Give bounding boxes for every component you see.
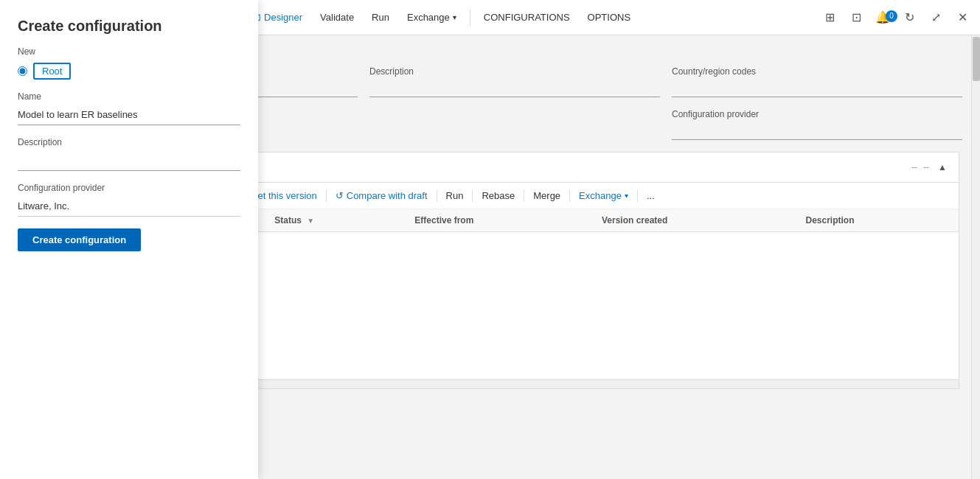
expand-icon: ⤢	[931, 10, 941, 24]
settings-icon: ⊞	[825, 10, 835, 24]
run-label: Run	[372, 12, 389, 23]
country-region-input[interactable]	[672, 80, 962, 97]
versions-dash1: --	[911, 162, 917, 172]
close-button[interactable]: ✕	[951, 6, 974, 29]
versions-collapse-btn[interactable]: ▲	[935, 160, 950, 175]
notification-badge: 0	[886, 10, 897, 22]
close-icon: ✕	[958, 10, 967, 24]
refresh-icon: ↻	[905, 10, 914, 24]
expand-button[interactable]: ⤢	[924, 6, 948, 29]
versions-run-button[interactable]: Run	[440, 187, 470, 204]
country-region-field: Country/region codes	[672, 66, 962, 97]
overlay-provider-label: Configuration provider	[18, 183, 240, 193]
create-config-submit-label: Create configuration	[32, 234, 126, 245]
overlay-provider-value: Litware, Inc.	[18, 196, 240, 217]
rebase-button[interactable]: Rebase	[476, 187, 521, 204]
get-version-label: Get this version	[250, 190, 316, 201]
col-description: Description	[796, 209, 959, 232]
config-provider-label: Configuration provider	[672, 109, 962, 119]
toolbar-sep-5	[472, 190, 473, 202]
toolbar-sep-4	[437, 190, 437, 202]
config-provider-field: Configuration provider	[672, 109, 962, 140]
radio-root-option[interactable]: Root	[18, 63, 240, 80]
validate-label: Validate	[320, 12, 354, 23]
exchange-label: Exchange	[407, 12, 450, 23]
run-button[interactable]: Run	[364, 7, 397, 27]
col-status: Status ▼	[265, 209, 406, 232]
overlay-name-label: Name	[18, 91, 240, 102]
settings-icon-btn[interactable]: ⊞	[818, 6, 841, 29]
right-scrollbar[interactable]	[971, 35, 980, 479]
radio-root-input[interactable]	[18, 66, 27, 76]
compare-draft-button[interactable]: ↺ Compare with draft	[330, 187, 434, 204]
toolbar-sep-7	[569, 190, 570, 202]
versions-dash2: --	[923, 162, 929, 172]
more-label: ...	[647, 190, 655, 201]
create-config-submit-button[interactable]: Create configuration	[18, 228, 141, 251]
merge-label: Merge	[533, 190, 560, 201]
overlay-title: Create configuration	[18, 18, 240, 35]
new-section: New Root	[18, 46, 240, 80]
overlay-description-input[interactable]	[18, 150, 240, 171]
radio-root-label: Root	[33, 63, 71, 80]
scrollbar-thumb[interactable]	[973, 37, 980, 81]
configurations-nav-label: CONFIGURATIONS	[484, 12, 570, 23]
col-version-created: Version created	[593, 209, 797, 232]
versions-exchange-label: Exchange	[579, 190, 622, 201]
office-icon-btn[interactable]: ⊡	[844, 6, 868, 29]
nav-separator-2	[470, 9, 470, 27]
config-provider-input[interactable]	[672, 122, 962, 140]
options-label: OPTIONS	[588, 12, 631, 23]
rebase-label: Rebase	[482, 190, 515, 201]
description-field-display: Description	[369, 66, 660, 97]
overlay-provider-field: Configuration provider Litware, Inc.	[18, 183, 240, 217]
toolbar-sep-6	[524, 190, 524, 202]
toolbar-sep-3	[326, 190, 327, 202]
create-config-overlay: Create configuration New Root Name Descr…	[0, 0, 258, 479]
overlay-description-label: Description	[18, 137, 240, 147]
designer-label: Designer	[264, 12, 302, 23]
status-filter-icon[interactable]: ▼	[307, 217, 314, 225]
options-button[interactable]: OPTIONS	[580, 7, 639, 27]
notification-wrapper: 🔔 0	[871, 6, 894, 29]
exchange-btn-dropdown: ▾	[625, 192, 628, 200]
exchange-dropdown-icon: ▾	[453, 13, 456, 21]
toolbar-sep-8	[637, 190, 638, 202]
versions-exchange-button[interactable]: Exchange ▾	[573, 187, 634, 204]
refresh-button[interactable]: ↻	[897, 6, 921, 29]
description-field-label: Description	[369, 66, 660, 77]
compare-draft-label: Compare with draft	[347, 190, 428, 201]
exchange-button[interactable]: Exchange ▾	[400, 7, 464, 27]
description-input-display[interactable]	[369, 80, 660, 97]
overlay-name-input[interactable]	[18, 105, 240, 125]
new-section-label: New	[18, 46, 240, 57]
overlay-name-field: Name	[18, 91, 240, 125]
configurations-nav-button[interactable]: CONFIGURATIONS	[476, 7, 577, 27]
more-button[interactable]: ...	[641, 187, 661, 204]
merge-button[interactable]: Merge	[527, 187, 566, 204]
versions-run-label: Run	[446, 190, 464, 201]
compare-icon: ↺	[336, 190, 344, 201]
country-region-label: Country/region codes	[672, 66, 962, 77]
versions-controls: -- -- ▲	[911, 160, 950, 175]
col-effective-from: Effective from	[406, 209, 593, 232]
validate-button[interactable]: Validate	[313, 7, 361, 27]
office-icon: ⊡	[852, 10, 861, 24]
overlay-description-field: Description	[18, 137, 240, 171]
